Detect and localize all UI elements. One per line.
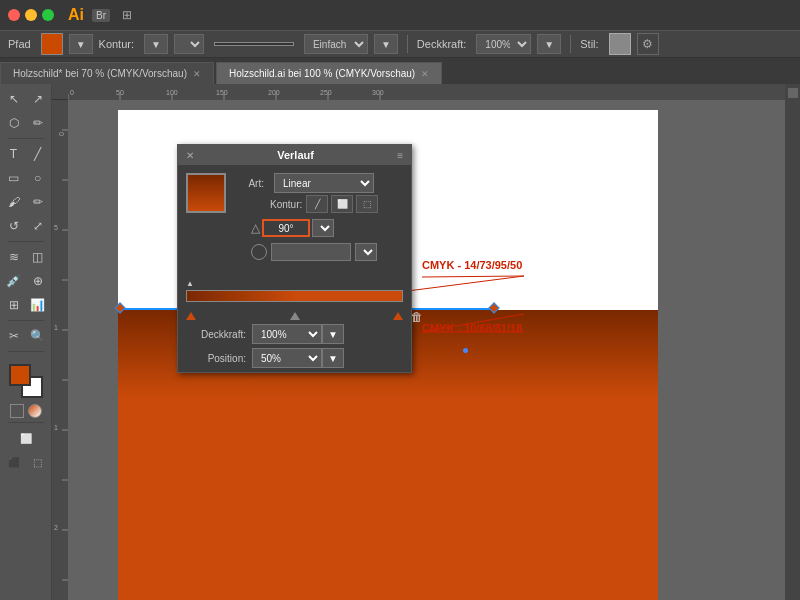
svg-text:250: 250 <box>320 89 332 96</box>
extra-btn[interactable]: ⬚ <box>27 451 49 473</box>
angle-row: △ ▼ <box>251 219 403 237</box>
zoom-tool[interactable]: 🔍 <box>27 325 49 347</box>
slice-tool[interactable]: ✂ <box>3 325 25 347</box>
tool-row-1: ↖ ↗ <box>3 88 49 110</box>
tool-row-5: 🖌 ✏ <box>3 191 49 213</box>
close-button[interactable] <box>8 9 20 21</box>
document-tabs: Holzschild* bei 70 % (CMYK/Vorschau) ✕ H… <box>0 58 800 84</box>
tab-2-close[interactable]: ✕ <box>421 69 429 79</box>
fg-bg-colors[interactable] <box>9 364 43 398</box>
angle-container: △ ▼ <box>251 219 334 237</box>
none-color-icon[interactable] <box>10 404 24 418</box>
stop-mid[interactable] <box>290 312 300 320</box>
angle-dropdown[interactable]: ▼ <box>312 219 334 237</box>
kontur-options-btn[interactable]: ▼ <box>144 34 168 54</box>
scale-tool[interactable]: ⤢ <box>27 215 49 237</box>
stop-arrow-mid <box>290 312 300 320</box>
verlauf-panel-title: Verlauf <box>277 149 314 161</box>
mesh-tool[interactable]: ⊞ <box>3 294 25 316</box>
art-controls: Art: Linear Kontur: ╱ ⬜ ⬚ <box>234 173 403 213</box>
pencil-tool[interactable]: ✏ <box>27 191 49 213</box>
canvas-area: 0 50 100 150 200 250 300 0 <box>52 84 785 600</box>
rect-tool[interactable]: ▭ <box>3 167 25 189</box>
gradient-bar-track[interactable] <box>186 290 403 302</box>
warp-tool[interactable]: ≋ <box>3 246 25 268</box>
window-controls[interactable] <box>8 9 54 21</box>
fill-color-swatch[interactable] <box>41 33 63 55</box>
blend-tool[interactable]: ⊕ <box>27 270 49 292</box>
verlauf-panel: ✕ Verlauf ≡ Art: Linear <box>177 144 412 373</box>
panel-close-icon[interactable]: ✕ <box>186 150 194 161</box>
opacity-select[interactable]: 100% <box>476 34 531 54</box>
verlauf-panel-header[interactable]: ✕ Verlauf ≡ <box>178 145 411 165</box>
stroke-style-btn[interactable]: ▼ <box>374 34 398 54</box>
lasso-tool[interactable]: ⬡ <box>3 112 25 134</box>
chart-tool[interactable]: 📊 <box>27 294 49 316</box>
tool-sep-5 <box>8 422 44 423</box>
stop-arrow-left <box>186 312 196 320</box>
stil-swatch[interactable] <box>609 33 631 55</box>
art-select[interactable]: Linear <box>274 173 374 193</box>
minimize-button[interactable] <box>25 9 37 21</box>
foreground-color[interactable] <box>9 364 31 386</box>
svg-text:100: 100 <box>166 89 178 96</box>
stop-right[interactable]: 🗑 <box>393 312 403 320</box>
settings-icon[interactable]: ⚙ <box>637 33 659 55</box>
brush-tool[interactable]: 🖌 <box>3 191 25 213</box>
circle-row: ▼ <box>251 243 403 261</box>
tool-row-6: ↺ ⤢ <box>3 215 49 237</box>
line-tool[interactable]: ╱ <box>27 143 49 165</box>
direct-select-tool[interactable]: ↗ <box>27 88 49 110</box>
pen-tool[interactable]: ✏ <box>27 112 49 134</box>
verlauf-panel-body: Art: Linear Kontur: ╱ ⬜ ⬚ <box>178 165 411 275</box>
aspect-dropdown[interactable]: ▼ <box>355 243 377 261</box>
fill-options-btn[interactable]: ▼ <box>69 34 93 54</box>
angle-input[interactable] <box>262 219 310 237</box>
circle-controls: ▼ <box>251 243 377 261</box>
gradient-preview[interactable] <box>186 173 226 213</box>
kontur-icon-3[interactable]: ⬚ <box>356 195 378 213</box>
position-select[interactable]: 50% <box>252 348 322 368</box>
position-row: Position: 50% ▼ <box>186 348 403 368</box>
tool-row-10: ✂ 🔍 <box>3 325 49 347</box>
tool-row-7: ≋ ◫ <box>3 246 49 268</box>
tool-sep-1 <box>8 138 44 139</box>
screen-mode-btn[interactable]: ⬜ <box>15 427 37 449</box>
angle-icon: △ <box>251 221 260 235</box>
tab-1-close[interactable]: ✕ <box>193 69 201 79</box>
stop-left[interactable] <box>186 312 196 320</box>
type-tool[interactable]: T <box>3 143 25 165</box>
rotate-tool[interactable]: ↺ <box>3 215 25 237</box>
opacity-btn[interactable]: ▼ <box>537 34 561 54</box>
grid-icon[interactable]: ⊞ <box>122 8 132 22</box>
panel-collapse-btn[interactable] <box>788 88 798 98</box>
kontur-icons: ╱ ⬜ ⬚ <box>306 195 378 213</box>
art-row: Art: Linear Kontur: ╱ ⬜ ⬚ <box>186 173 403 213</box>
aspect-slider[interactable] <box>271 243 351 261</box>
view-toggle-btn[interactable]: ⬛ <box>3 451 25 473</box>
circle-icon <box>251 244 267 260</box>
panel-menu-icon[interactable]: ≡ <box>397 150 403 161</box>
ruler-top-svg: 0 50 100 150 200 250 300 <box>68 84 785 100</box>
right-panel <box>785 84 800 600</box>
kontur-icon-2[interactable]: ⬜ <box>331 195 353 213</box>
toolbar-divider <box>407 35 408 53</box>
position-dropdown[interactable]: ▼ <box>322 348 344 368</box>
stroke-style-select[interactable]: Einfach <box>304 34 368 54</box>
tool-sep-3 <box>8 320 44 321</box>
maximize-button[interactable] <box>42 9 54 21</box>
gradient-color-icon[interactable] <box>28 404 42 418</box>
stroke-profile-select[interactable] <box>174 34 204 54</box>
tool-row-3: T ╱ <box>3 143 49 165</box>
deckkraft-select[interactable]: 100% <box>252 324 322 344</box>
tab-2[interactable]: Holzschild.ai bei 100 % (CMYK/Vorschau) … <box>216 62 442 84</box>
select-tool[interactable]: ↖ <box>3 88 25 110</box>
kontur-icon-1[interactable]: ╱ <box>306 195 328 213</box>
art-select-row: Art: Linear <box>234 173 403 193</box>
deckkraft-dropdown[interactable]: ▼ <box>322 324 344 344</box>
eyedropper-tool[interactable]: 💉 <box>3 270 25 292</box>
ellipse-tool[interactable]: ○ <box>27 167 49 189</box>
tab-1[interactable]: Holzschild* bei 70 % (CMYK/Vorschau) ✕ <box>0 62 214 84</box>
gradient-tool[interactable]: ◫ <box>27 246 49 268</box>
delete-stop-icon[interactable]: 🗑 <box>411 310 423 324</box>
